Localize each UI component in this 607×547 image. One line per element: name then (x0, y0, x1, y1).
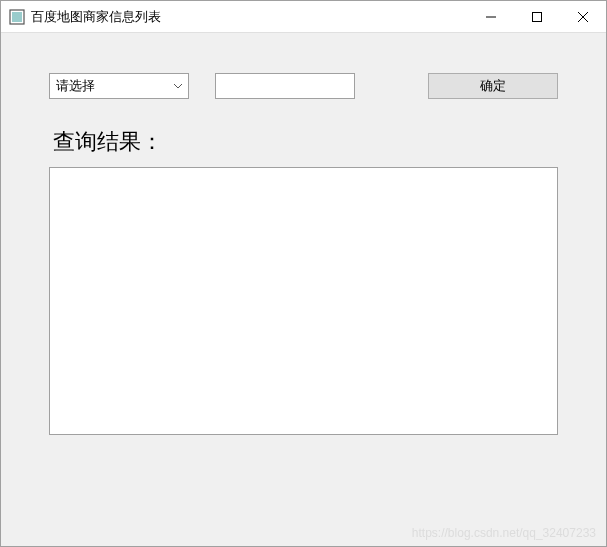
svg-rect-1 (12, 12, 22, 22)
app-icon (9, 9, 25, 25)
results-label: 查询结果： (53, 127, 558, 157)
maximize-button[interactable] (514, 1, 560, 32)
watermark: https://blog.csdn.net/qq_32407233 (412, 526, 596, 540)
results-box (49, 167, 558, 435)
minimize-icon (486, 12, 496, 22)
minimize-button[interactable] (468, 1, 514, 32)
maximize-icon (532, 12, 542, 22)
window-buttons (468, 1, 606, 32)
content-area: 请选择 确定 查询结果： https://blog.csdn.net/qq_32… (1, 33, 606, 546)
category-select[interactable]: 请选择 (49, 73, 189, 99)
svg-rect-3 (533, 12, 542, 21)
titlebar: 百度地图商家信息列表 (1, 1, 606, 33)
select-value: 请选择 (56, 77, 168, 95)
app-window: 百度地图商家信息列表 请选择 (0, 0, 607, 547)
close-button[interactable] (560, 1, 606, 32)
close-icon (578, 12, 588, 22)
controls-row: 请选择 确定 (49, 73, 558, 99)
confirm-button[interactable]: 确定 (428, 73, 558, 99)
window-title: 百度地图商家信息列表 (31, 8, 468, 26)
search-input[interactable] (215, 73, 355, 99)
chevron-down-icon (168, 83, 188, 89)
